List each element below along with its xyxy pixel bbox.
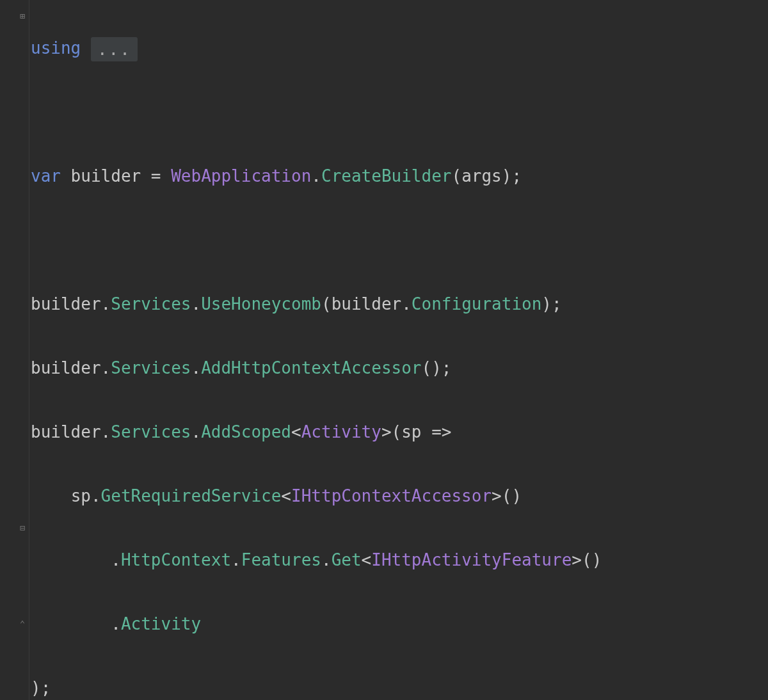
semi: ; [41, 678, 51, 697]
code-editor[interactable]: ⊞ ⊟ ⌃ using ... var builder = WebApplica… [0, 0, 768, 700]
code-line[interactable]: builder.Services.AddHttpContextAccessor(… [31, 352, 622, 384]
fold-expand-icon[interactable]: ⊞ [18, 12, 27, 20]
fold-collapse-icon[interactable]: ⊟ [18, 523, 27, 532]
dot: . [401, 294, 412, 314]
code-line[interactable]: using ... [31, 32, 622, 64]
method: CreateBuilder [321, 166, 452, 186]
code-line[interactable]: sp.GetRequiredService<IHttpContextAccess… [31, 480, 622, 512]
identifier: builder [332, 294, 402, 314]
text [81, 38, 91, 58]
semi: ; [552, 294, 562, 314]
type: Activity [301, 422, 381, 441]
method: AddScoped [201, 422, 291, 441]
code-line[interactable]: builder.Services.UseHoneycomb(builder.Co… [31, 288, 622, 320]
identifier: sp [401, 422, 421, 441]
dot: . [321, 550, 332, 569]
rparen: ) [31, 678, 41, 697]
dot: . [101, 358, 111, 378]
lt: < [291, 422, 301, 441]
parens: () [502, 486, 522, 505]
dot: . [311, 166, 321, 186]
dot: . [111, 614, 121, 633]
code-line[interactable]: .HttpContext.Features.Get<IHttpActivityF… [31, 544, 622, 576]
op-eq: = [151, 166, 161, 186]
dot: . [231, 550, 241, 569]
parens: () [582, 550, 602, 569]
identifier: builder [61, 166, 151, 186]
type: IHttpContextAccessor [291, 486, 492, 505]
semi: ; [442, 358, 452, 378]
lt: < [281, 486, 291, 505]
method: GetRequiredService [101, 486, 282, 505]
dot: . [191, 422, 201, 441]
keyword-var: var [31, 166, 61, 186]
indent [31, 486, 71, 505]
method: UseHoneycomb [201, 294, 321, 314]
type: IHttpActivityFeature [371, 550, 572, 569]
gt: > [381, 422, 392, 441]
identifier: args [461, 166, 502, 186]
property: Services [111, 422, 191, 441]
dot: . [191, 358, 201, 378]
fold-end-icon[interactable]: ⌃ [18, 619, 27, 628]
property: Configuration [412, 294, 542, 314]
code-line[interactable]: .Activity [31, 608, 622, 640]
rparen: ) [502, 166, 512, 186]
property: HttpContext [121, 550, 231, 569]
identifier: sp [71, 486, 91, 505]
property: Features [241, 550, 321, 569]
gutter: ⊞ ⊟ ⌃ [0, 0, 29, 700]
code-line[interactable] [31, 224, 622, 256]
keyword-using: using [31, 38, 81, 58]
method: Get [332, 550, 362, 569]
identifier: builder [31, 358, 101, 378]
code-line[interactable]: var builder = WebApplication.CreateBuild… [31, 160, 622, 192]
gt: > [572, 550, 582, 569]
identifier: builder [31, 422, 101, 441]
lparen: ( [321, 294, 332, 314]
dot: . [101, 294, 111, 314]
dot: . [111, 550, 121, 569]
code-line[interactable]: ); [31, 672, 622, 700]
rparen: ) [541, 294, 552, 314]
parens: () [422, 358, 442, 378]
property: Activity [121, 614, 201, 633]
lparen: ( [392, 422, 402, 441]
type: WebApplication [171, 166, 311, 186]
semi: ; [511, 166, 522, 186]
identifier: builder [31, 294, 101, 314]
text [161, 166, 172, 186]
indent [31, 614, 111, 633]
code-line[interactable]: builder.Services.AddScoped<Activity>(sp … [31, 416, 622, 448]
code-area[interactable]: using ... var builder = WebApplication.C… [29, 0, 622, 700]
dot: . [91, 486, 101, 505]
property: Services [111, 294, 191, 314]
method: AddHttpContextAccessor [201, 358, 421, 378]
dot: . [191, 294, 201, 314]
lt: < [362, 550, 372, 569]
property: Services [111, 358, 191, 378]
arrow: => [422, 422, 452, 441]
code-line[interactable] [31, 96, 622, 128]
gt: > [492, 486, 502, 505]
lparen: ( [451, 166, 461, 186]
indent [31, 550, 111, 569]
folded-badge[interactable]: ... [91, 37, 138, 61]
dot: . [101, 422, 111, 441]
